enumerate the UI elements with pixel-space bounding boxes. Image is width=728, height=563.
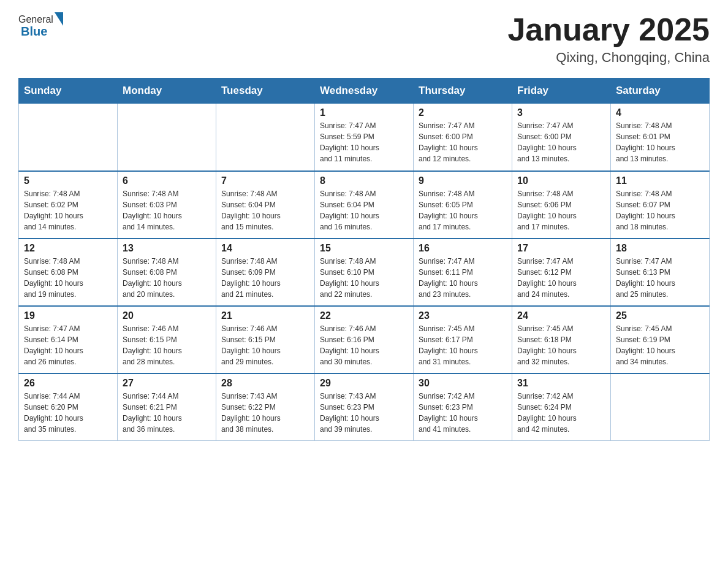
day-info: Sunrise: 7:42 AMSunset: 6:23 PMDaylight:… [419, 391, 507, 435]
calendar-week-row: 19Sunrise: 7:47 AMSunset: 6:14 PMDayligh… [19, 306, 710, 373]
day-number: 13 [123, 243, 211, 254]
day-number: 15 [320, 243, 408, 254]
day-number: 30 [419, 378, 507, 389]
day-of-week-header: Saturday [611, 79, 710, 104]
calendar-cell: 31Sunrise: 7:42 AMSunset: 6:24 PMDayligh… [512, 373, 611, 441]
day-info: Sunrise: 7:45 AMSunset: 6:17 PMDaylight:… [419, 323, 507, 367]
day-of-week-header: Wednesday [315, 79, 414, 104]
day-info: Sunrise: 7:42 AMSunset: 6:24 PMDaylight:… [517, 391, 605, 435]
day-number: 5 [24, 175, 112, 186]
logo: General Blue [18, 12, 63, 39]
title-block: January 2025 Qixing, Chongqing, China [507, 12, 710, 66]
day-info: Sunrise: 7:48 AMSunset: 6:06 PMDaylight:… [517, 188, 605, 232]
calendar-cell: 20Sunrise: 7:46 AMSunset: 6:15 PMDayligh… [118, 306, 216, 373]
logo-general-text: General [18, 14, 53, 25]
day-info: Sunrise: 7:47 AMSunset: 6:11 PMDaylight:… [419, 256, 507, 300]
day-number: 24 [517, 310, 605, 321]
day-number: 17 [517, 243, 605, 254]
day-number: 25 [616, 310, 704, 321]
day-info: Sunrise: 7:43 AMSunset: 6:23 PMDaylight:… [320, 391, 408, 435]
day-info: Sunrise: 7:48 AMSunset: 6:02 PMDaylight:… [24, 188, 112, 232]
day-info: Sunrise: 7:44 AMSunset: 6:21 PMDaylight:… [123, 391, 211, 435]
calendar-cell: 7Sunrise: 7:48 AMSunset: 6:04 PMDaylight… [216, 171, 315, 239]
day-info: Sunrise: 7:48 AMSunset: 6:04 PMDaylight:… [221, 188, 309, 232]
calendar-cell: 4Sunrise: 7:48 AMSunset: 6:01 PMDaylight… [611, 104, 710, 171]
day-info: Sunrise: 7:48 AMSunset: 6:08 PMDaylight:… [24, 256, 112, 300]
day-info: Sunrise: 7:47 AMSunset: 6:12 PMDaylight:… [517, 256, 605, 300]
month-year-title: January 2025 [507, 12, 710, 47]
calendar-cell [216, 104, 315, 171]
logo-triangle-icon [55, 12, 63, 26]
day-info: Sunrise: 7:43 AMSunset: 6:22 PMDaylight:… [221, 391, 309, 435]
calendar-cell [118, 104, 216, 171]
day-number: 20 [123, 310, 211, 321]
day-number: 12 [24, 243, 112, 254]
day-info: Sunrise: 7:48 AMSunset: 6:07 PMDaylight:… [616, 188, 704, 232]
day-number: 18 [616, 243, 704, 254]
day-number: 31 [517, 378, 605, 389]
day-number: 22 [320, 310, 408, 321]
calendar-cell [19, 104, 118, 171]
calendar-cell: 13Sunrise: 7:48 AMSunset: 6:08 PMDayligh… [118, 239, 216, 306]
calendar-cell: 6Sunrise: 7:48 AMSunset: 6:03 PMDaylight… [118, 171, 216, 239]
day-number: 11 [616, 175, 704, 186]
day-of-week-header: Tuesday [216, 79, 315, 104]
day-info: Sunrise: 7:48 AMSunset: 6:04 PMDaylight:… [320, 188, 408, 232]
day-number: 23 [419, 310, 507, 321]
calendar-week-row: 1Sunrise: 7:47 AMSunset: 5:59 PMDaylight… [19, 104, 710, 171]
day-number: 29 [320, 378, 408, 389]
calendar-cell: 29Sunrise: 7:43 AMSunset: 6:23 PMDayligh… [315, 373, 414, 441]
calendar-cell: 16Sunrise: 7:47 AMSunset: 6:11 PMDayligh… [414, 239, 512, 306]
day-info: Sunrise: 7:45 AMSunset: 6:18 PMDaylight:… [517, 323, 605, 367]
day-of-week-header: Sunday [19, 79, 118, 104]
logo-blue-text: Blue [21, 25, 63, 39]
calendar-cell: 9Sunrise: 7:48 AMSunset: 6:05 PMDaylight… [414, 171, 512, 239]
calendar-cell: 14Sunrise: 7:48 AMSunset: 6:09 PMDayligh… [216, 239, 315, 306]
calendar-week-row: 12Sunrise: 7:48 AMSunset: 6:08 PMDayligh… [19, 239, 710, 306]
day-info: Sunrise: 7:48 AMSunset: 6:08 PMDaylight:… [123, 256, 211, 300]
day-info: Sunrise: 7:47 AMSunset: 6:00 PMDaylight:… [517, 120, 605, 164]
calendar-cell [611, 373, 710, 441]
day-of-week-header: Monday [118, 79, 216, 104]
day-number: 28 [221, 378, 309, 389]
calendar-cell: 3Sunrise: 7:47 AMSunset: 6:00 PMDaylight… [512, 104, 611, 171]
calendar-week-row: 5Sunrise: 7:48 AMSunset: 6:02 PMDaylight… [19, 171, 710, 239]
calendar-cell: 22Sunrise: 7:46 AMSunset: 6:16 PMDayligh… [315, 306, 414, 373]
calendar-cell: 24Sunrise: 7:45 AMSunset: 6:18 PMDayligh… [512, 306, 611, 373]
day-info: Sunrise: 7:48 AMSunset: 6:05 PMDaylight:… [419, 188, 507, 232]
calendar-header-row: SundayMondayTuesdayWednesdayThursdayFrid… [19, 79, 710, 104]
day-number: 9 [419, 175, 507, 186]
day-number: 16 [419, 243, 507, 254]
calendar-cell: 28Sunrise: 7:43 AMSunset: 6:22 PMDayligh… [216, 373, 315, 441]
day-info: Sunrise: 7:47 AMSunset: 6:13 PMDaylight:… [616, 256, 704, 300]
calendar-cell: 11Sunrise: 7:48 AMSunset: 6:07 PMDayligh… [611, 171, 710, 239]
day-info: Sunrise: 7:48 AMSunset: 6:09 PMDaylight:… [221, 256, 309, 300]
calendar-cell: 5Sunrise: 7:48 AMSunset: 6:02 PMDaylight… [19, 171, 118, 239]
calendar-cell: 30Sunrise: 7:42 AMSunset: 6:23 PMDayligh… [414, 373, 512, 441]
day-number: 2 [419, 107, 507, 118]
day-info: Sunrise: 7:47 AMSunset: 5:59 PMDaylight:… [320, 120, 408, 164]
day-number: 8 [320, 175, 408, 186]
day-number: 27 [123, 378, 211, 389]
day-info: Sunrise: 7:46 AMSunset: 6:15 PMDaylight:… [123, 323, 211, 367]
day-number: 26 [24, 378, 112, 389]
calendar-cell: 23Sunrise: 7:45 AMSunset: 6:17 PMDayligh… [414, 306, 512, 373]
day-info: Sunrise: 7:46 AMSunset: 6:15 PMDaylight:… [221, 323, 309, 367]
calendar-week-row: 26Sunrise: 7:44 AMSunset: 6:20 PMDayligh… [19, 373, 710, 441]
day-number: 3 [517, 107, 605, 118]
calendar-cell: 27Sunrise: 7:44 AMSunset: 6:21 PMDayligh… [118, 373, 216, 441]
calendar-cell: 8Sunrise: 7:48 AMSunset: 6:04 PMDaylight… [315, 171, 414, 239]
day-of-week-header: Thursday [414, 79, 512, 104]
day-info: Sunrise: 7:45 AMSunset: 6:19 PMDaylight:… [616, 323, 704, 367]
calendar-cell: 12Sunrise: 7:48 AMSunset: 6:08 PMDayligh… [19, 239, 118, 306]
day-number: 7 [221, 175, 309, 186]
calendar-cell: 19Sunrise: 7:47 AMSunset: 6:14 PMDayligh… [19, 306, 118, 373]
day-number: 6 [123, 175, 211, 186]
calendar-cell: 2Sunrise: 7:47 AMSunset: 6:00 PMDaylight… [414, 104, 512, 171]
calendar-table: SundayMondayTuesdayWednesdayThursdayFrid… [18, 78, 710, 441]
day-info: Sunrise: 7:47 AMSunset: 6:00 PMDaylight:… [419, 120, 507, 164]
location-subtitle: Qixing, Chongqing, China [507, 50, 710, 66]
calendar-cell: 17Sunrise: 7:47 AMSunset: 6:12 PMDayligh… [512, 239, 611, 306]
day-of-week-header: Friday [512, 79, 611, 104]
day-info: Sunrise: 7:48 AMSunset: 6:10 PMDaylight:… [320, 256, 408, 300]
